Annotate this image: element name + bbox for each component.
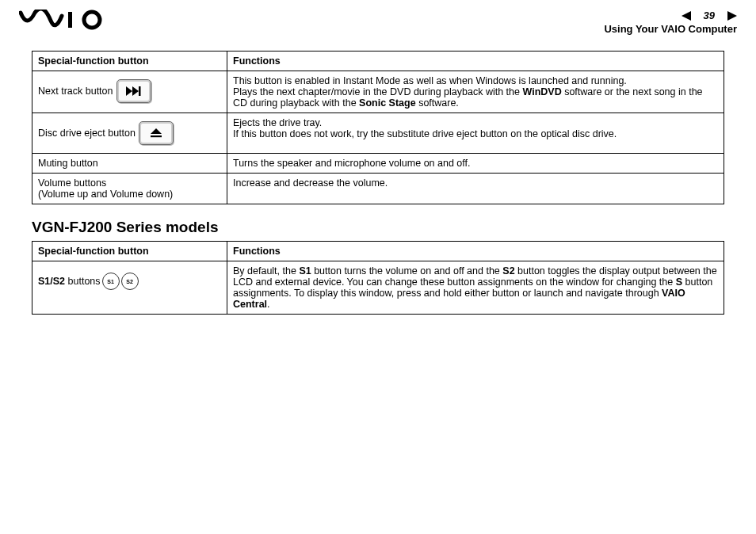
table-header-row: Special-function button Functions [32,242,724,261]
svg-marker-7 [151,128,162,134]
button-label: Disc drive eject button [38,128,136,139]
eject-key-icon [139,121,174,145]
page-header: 39 Using Your VAIO Computer [0,0,756,40]
svg-marker-2 [682,11,691,21]
table-row: Volume buttons (Volume up and Volume dow… [32,174,724,204]
button-label: S1/S2 buttons [38,276,101,287]
vaio-logo [19,10,106,30]
function-cell: This button is enabled in Instant Mode a… [227,71,724,113]
next-track-key-icon [116,79,151,103]
button-cell: Disc drive eject button [32,113,227,154]
button-label: Muting button [38,158,98,169]
button-sublabel: (Volume up and Volume down) [38,189,173,200]
table-row: S1/S2 buttons S1 S2 By default, the S1 b… [32,261,724,315]
button-cell: Next track button [32,71,227,113]
page-number: 39 [704,10,715,21]
col-header-button: Special-function button [32,51,227,71]
button-label: Volume buttons [38,177,106,189]
special-function-table-2: Special-function button Functions S1/S2 … [32,241,724,315]
special-function-table-1: Special-function button Functions Next t… [32,51,724,204]
svg-rect-8 [151,135,162,137]
table-row: Muting button Turns the speaker and micr… [32,154,724,174]
table-row: Next track button This button is enabled… [32,71,724,113]
header-right: 39 Using Your VAIO Computer [604,10,737,35]
function-cell: Increase and decrease the volume. [227,174,724,204]
series-heading: VGN-FJ200 Series models [32,219,724,236]
svg-marker-4 [126,86,132,96]
s1-key-icon: S1 [102,273,120,290]
function-cell: By default, the S1 button turns the volu… [227,261,724,315]
col-header-button: Special-function button [32,242,227,261]
button-cell: S1/S2 buttons S1 S2 [32,261,227,315]
svg-rect-6 [139,86,141,96]
button-cell: Muting button [32,154,227,174]
button-cell: Volume buttons (Volume up and Volume dow… [32,174,227,204]
table-row: Disc drive eject button Ejects the drive… [32,113,724,154]
s2-key-icon: S2 [121,273,139,290]
svg-marker-5 [132,86,139,96]
page-nav: 39 [604,10,737,21]
function-cell: Ejects the drive tray. If this button do… [227,113,724,154]
col-header-functions: Functions [227,51,724,71]
section-title: Using Your VAIO Computer [604,23,737,35]
svg-point-1 [84,12,100,28]
table-header-row: Special-function button Functions [32,51,724,71]
page-content: Special-function button Functions Next t… [0,40,756,315]
function-cell: Turns the speaker and microphone volume … [227,154,724,174]
col-header-functions: Functions [227,242,724,261]
svg-rect-0 [68,12,72,28]
button-label: Next track button [38,86,113,97]
svg-marker-3 [727,11,737,21]
prev-page-arrow-icon[interactable] [682,10,699,21]
next-page-arrow-icon[interactable] [720,10,737,21]
